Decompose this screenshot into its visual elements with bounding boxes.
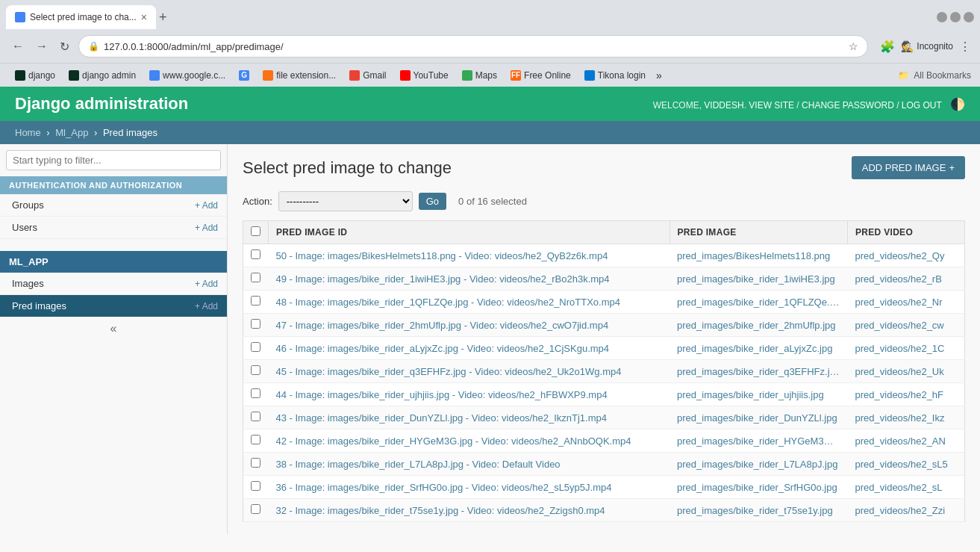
- row-checkbox-5[interactable]: [251, 365, 260, 375]
- bookmark-tikona[interactable]: Tikona login: [578, 68, 652, 83]
- header-pred-video[interactable]: PRED VIDEO: [848, 221, 965, 244]
- action-go-button[interactable]: Go: [419, 193, 446, 210]
- row-checkbox-0[interactable]: [251, 249, 260, 259]
- table-body: 50 - Image: images/BikesHelmets118.png -…: [243, 244, 965, 522]
- row-checkbox-4[interactable]: [251, 342, 260, 352]
- browser-action-buttons: 🧩 🕵️ Incognito ⋮: [880, 40, 971, 54]
- row-pred-image-id-link-7[interactable]: 43 - Image: images/bike_rider_DunYZLl.jp…: [276, 412, 607, 424]
- bookmark-youtube[interactable]: YouTube: [394, 68, 455, 83]
- bookmark-ff[interactable]: FF Free Online: [505, 68, 577, 83]
- bookmarks-bar: django django admin www.google.c... G fi…: [0, 63, 980, 87]
- row-pred-image-id-link-1[interactable]: 49 - Image: images/bike_rider_1iwiHE3.jp…: [276, 273, 610, 285]
- reload-button[interactable]: ↻: [57, 37, 72, 57]
- sidebar-images-add[interactable]: + Add: [195, 279, 218, 289]
- django-user-info: WELCOME, VIDDESH. VIEW SITE / CHANGE PAS…: [653, 97, 965, 111]
- bookmark-gmail-label: Gmail: [363, 70, 386, 81]
- table-row: 44 - Image: images/bike_rider_ujhjiis.jp…: [243, 383, 965, 406]
- address-input-box[interactable]: 🔒 127.0.0.1:8000/admin/ml_app/predimage/…: [78, 35, 868, 58]
- select-all-checkbox[interactable]: [251, 226, 260, 236]
- sidebar-pred-images-add[interactable]: + Add: [195, 301, 218, 311]
- row-checkbox-6[interactable]: [251, 388, 260, 398]
- bookmark-django[interactable]: django: [9, 68, 61, 83]
- row-pred-image-id-link-8[interactable]: 42 - Image: images/bike_rider_HYGeM3G.jp…: [276, 435, 631, 447]
- header-pred-image[interactable]: PRED IMAGE: [670, 221, 847, 244]
- row-checkbox-9[interactable]: [251, 458, 260, 468]
- tab-bar: Select pred image to cha... × +: [6, 5, 166, 29]
- back-button[interactable]: ←: [9, 37, 27, 56]
- sidebar-item-pred-images[interactable]: Pred images + Add: [0, 295, 227, 317]
- row-pred-image-4: pred_images/bike_rider_aLyjxZc.jpg: [670, 337, 847, 360]
- header-pred-image-id[interactable]: PRED IMAGE ID: [269, 221, 670, 244]
- action-label: Action:: [243, 196, 272, 207]
- row-checkbox-cell: [243, 360, 269, 383]
- row-checkbox-3[interactable]: [251, 319, 260, 329]
- bookmark-gmail[interactable]: Gmail: [343, 68, 392, 83]
- sidebar-collapse-button[interactable]: «: [0, 317, 227, 340]
- sidebar-item-groups[interactable]: Groups + Add: [0, 194, 227, 217]
- view-site-link[interactable]: VIEW SITE: [749, 100, 794, 111]
- sidebar-groups-add[interactable]: + Add: [195, 200, 218, 211]
- bookmark-youtube-label: YouTube: [413, 70, 449, 81]
- bookmark-django-admin[interactable]: django admin: [63, 68, 142, 83]
- log-out-link[interactable]: LOG OUT: [902, 100, 942, 111]
- row-pred-video-11: pred_videos/he2_Zzi: [848, 499, 965, 522]
- more-bookmarks-button[interactable]: »: [656, 69, 662, 81]
- bookmark-google[interactable]: www.google.c...: [143, 68, 231, 83]
- row-pred-image-id-link-3[interactable]: 47 - Image: images/bike_rider_2hmUflp.jp…: [276, 320, 609, 331]
- bookmark-youtube-favicon: [400, 70, 411, 81]
- close-button[interactable]: [964, 12, 974, 22]
- browser-menu-button[interactable]: ⋮: [959, 40, 971, 54]
- row-pred-image-id-link-0[interactable]: 50 - Image: images/BikesHelmets118.png -…: [276, 250, 608, 261]
- breadcrumb-app[interactable]: Ml_App: [55, 127, 88, 138]
- row-pred-image-id-link-6[interactable]: 44 - Image: images/bike_rider_ujhjiis.jp…: [276, 389, 608, 400]
- new-tab-button[interactable]: +: [159, 10, 167, 25]
- row-pred-image-id-10: 36 - Image: images/bike_rider_SrfHG0o.jp…: [269, 476, 670, 499]
- row-pred-video-8: pred_videos/he2_AN: [848, 429, 965, 453]
- row-checkbox-8[interactable]: [251, 435, 260, 444]
- maximize-button[interactable]: [950, 12, 961, 22]
- add-pred-image-button[interactable]: ADD PRED IMAGE +: [852, 156, 965, 179]
- sidebar-item-users[interactable]: Users + Add: [0, 217, 227, 239]
- row-pred-image-id-link-10[interactable]: 36 - Image: images/bike_rider_SrfHG0o.jp…: [276, 482, 612, 493]
- sidebar-users-add[interactable]: + Add: [195, 223, 218, 233]
- sidebar-item-images[interactable]: Images + Add: [0, 273, 227, 295]
- row-checkbox-7[interactable]: [251, 412, 260, 421]
- change-password-link[interactable]: CHANGE PASSWORD: [802, 100, 894, 111]
- incognito-icon: 🕵️: [901, 40, 914, 52]
- bookmark-maps[interactable]: Maps: [456, 68, 503, 83]
- bookmark-tikona-favicon: [584, 70, 595, 81]
- action-select[interactable]: ----------: [278, 191, 413, 211]
- row-pred-image-id-link-4[interactable]: 46 - Image: images/bike_rider_aLyjxZc.jp…: [276, 343, 610, 354]
- sidebar-users-label: Users: [12, 222, 37, 233]
- incognito-button[interactable]: 🕵️ Incognito: [901, 40, 953, 52]
- bookmark-django-label: django: [28, 70, 55, 81]
- row-pred-image-id-11: 32 - Image: images/bike_rider_t75se1y.jp…: [269, 499, 670, 522]
- sidebar-filter-input[interactable]: [6, 150, 221, 170]
- bookmark-google-label: www.google.c...: [163, 70, 225, 81]
- row-pred-image-2: pred_images/bike_rider_1QFLZQe.jpg: [670, 291, 847, 314]
- row-pred-image-7: pred_images/bike_rider_DunYZLl.jpg: [670, 406, 847, 429]
- theme-toggle-button[interactable]: 🌓: [950, 97, 965, 111]
- forward-button[interactable]: →: [33, 37, 51, 56]
- row-pred-image-id-link-2[interactable]: 48 - Image: images/bike_rider_1QFLZQe.jp…: [276, 297, 621, 308]
- selected-count: 0 of 16 selected: [458, 196, 527, 207]
- row-checkbox-cell: [243, 267, 269, 291]
- row-pred-image-id-link-9[interactable]: 38 - Image: images/bike_rider_L7LA8pJ.jp…: [276, 459, 561, 470]
- row-pred-image-id-link-5[interactable]: 45 - Image: images/bike_rider_q3EFHFz.jp…: [276, 366, 622, 377]
- active-tab[interactable]: Select pred image to cha... ×: [6, 5, 156, 29]
- row-pred-video-10: pred_videos/he2_sL: [848, 476, 965, 499]
- minimize-button[interactable]: [937, 12, 947, 22]
- tab-close-button[interactable]: ×: [141, 11, 147, 23]
- bookmark-star-icon[interactable]: ☆: [849, 40, 858, 52]
- row-checkbox-11[interactable]: [251, 504, 260, 514]
- row-pred-image-id-link-11[interactable]: 32 - Image: images/bike_rider_t75se1y.jp…: [276, 505, 605, 516]
- bookmark-fileext[interactable]: file extension...: [257, 68, 342, 83]
- table-row: 36 - Image: images/bike_rider_SrfHG0o.jp…: [243, 476, 965, 499]
- breadcrumb-home[interactable]: Home: [15, 127, 41, 138]
- row-checkbox-1[interactable]: [251, 273, 260, 282]
- row-checkbox-2[interactable]: [251, 296, 260, 306]
- all-bookmarks[interactable]: 📁 All Bookmarks: [898, 70, 971, 81]
- username-link[interactable]: VIDDESH: [704, 100, 743, 111]
- bookmark-google2[interactable]: G: [233, 68, 255, 83]
- row-checkbox-10[interactable]: [251, 481, 260, 491]
